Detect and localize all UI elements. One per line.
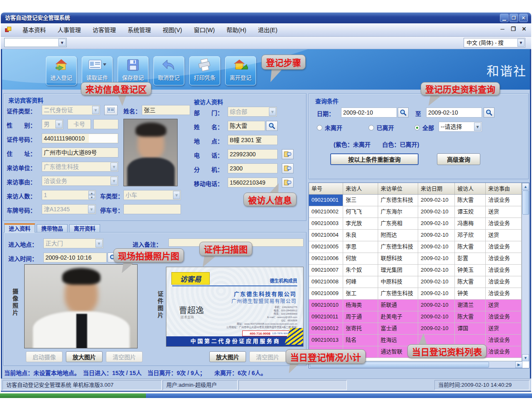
table-cell[interactable]: 090210001 [309,195,343,206]
table-cell[interactable]: 2009-02-10 [418,311,455,323]
table-cell[interactable]: 陈大雷 [455,241,486,253]
cancel-registration-button[interactable]: 取消登记 [153,56,184,85]
visited-name-search-button[interactable] [266,121,278,131]
table-cell[interactable]: 送货 [486,323,522,335]
table-cell[interactable]: 2009-02-10 [418,288,455,300]
table-row[interactable]: 090210009张工广东德生科技2009-02-10钟美洽谈业务 [309,288,529,300]
chevron-down-icon[interactable]: ▼ [173,191,180,199]
table-cell[interactable]: 090210008 [309,276,343,288]
table-cell[interactable]: 2009-02-10 [418,218,455,230]
date-to-picker-button[interactable] [484,108,494,118]
table-cell[interactable]: 2009-02-10 [418,253,455,265]
radio-未离开[interactable]: 未离开 [317,123,342,132]
mdi-restore-icon[interactable]: ❐ [509,26,517,32]
table-cell[interactable]: 送货 [486,300,522,311]
radio-dot-icon[interactable] [369,125,374,130]
card-no-field[interactable] [93,119,118,129]
radio-全部[interactable]: 全部 [414,123,434,132]
table-cell[interactable]: 张三 [343,195,378,206]
table-cell[interactable]: 何峰 [343,276,378,288]
table-cell[interactable]: 陈大雷 [455,311,486,323]
title-bar[interactable]: 访客自动登记安全管理系统 ▁ ❐ ✕ [1,13,531,23]
table-cell[interactable]: 送货 [486,206,522,218]
entry-place-combobox[interactable]: 正大门▼ [43,238,103,248]
table-cell[interactable]: 富士通 [378,323,418,335]
table-cell[interactable]: 李思 [343,241,378,253]
table-cell[interactable]: 090210004 [309,230,343,241]
chevron-down-icon[interactable]: ▼ [269,108,276,116]
table-cell[interactable]: 090210005 [309,241,343,253]
company-combobox[interactable]: 广东德生科技▼ [42,162,118,172]
table-cell[interactable]: 洽谈业务 [486,288,522,300]
table-row[interactable]: 090210002何飞飞广东海尔2009-02-10谭玉姣送货 [309,206,529,218]
table-cell[interactable]: 冯惠梅 [455,218,486,230]
table-row[interactable]: 090210010杨海类新联通2009-02-10谢清兰送货 [309,300,529,311]
scroll-up-icon[interactable]: ▲ [522,183,529,190]
vehicle-combobox[interactable]: 小车▼ [123,190,181,200]
table-cell[interactable]: 邓子欣 [455,230,486,241]
table-cell[interactable]: 2009-02-10 [418,195,455,206]
table-cell[interactable]: 何飞飞 [343,206,378,218]
menu-item-1[interactable]: 人事管理 [52,25,87,35]
language-selector[interactable]: 中文 (简体) - 搜 ▼ [464,38,525,48]
table-row[interactable]: 090210011周于通赴美电子2009-02-10陈大雷洽谈业务 [309,311,529,323]
read-card-button[interactable] [104,105,118,115]
radio-已离开[interactable]: 已离开 [369,123,394,132]
table-cell[interactable]: 洽谈业务 [486,241,522,253]
chevron-down-icon[interactable]: ▼ [474,123,481,131]
visited-name-field[interactable]: 陈大雷 [228,121,265,131]
table-cell[interactable]: 广东德生科技 [378,241,418,253]
tab-carried-items[interactable]: 携带物品 [37,224,68,233]
place-field[interactable]: B幢 2301 室 [228,135,278,145]
table-cell[interactable]: 广东德生科技 [378,195,418,206]
table-cell[interactable]: 洽谈业务 [486,195,522,206]
table-cell[interactable]: 090210006 [309,253,343,265]
phone-notify-button[interactable] [282,149,294,159]
enter-registration-button[interactable]: 进入登记 [46,56,77,85]
table-cell[interactable]: 何放 [343,253,378,265]
minimize-icon[interactable]: ▁ [500,14,509,22]
menu-item-3[interactable]: 系统管理 [122,25,157,35]
table-cell[interactable]: 谢清兰 [455,300,486,311]
column-header-来访事由[interactable]: 来访事由 [486,183,522,194]
table-cell[interactable]: 中原科技 [378,276,418,288]
table-cell[interactable]: 新联通 [378,300,418,311]
chevron-down-icon[interactable]: ▼ [110,177,118,185]
table-row[interactable]: 090210007朱个奴理光集团2009-02-10钟美玉洽谈业务 [309,265,529,276]
table-cell[interactable]: 陈大雷 [455,195,486,206]
table-cell[interactable]: 洽谈业务 [486,218,522,230]
table-cell[interactable]: 090210011 [309,311,343,323]
mdi-minimize-icon[interactable]: ─ [499,26,506,32]
table-row[interactable]: 090210012张寄托富士通2009-02-10谭国送货 [309,323,529,335]
count-spinner[interactable]: 1 ▲ ▼ [42,190,96,200]
table-cell[interactable]: 陆名 [343,335,378,346]
menu-item-0[interactable]: 基本资料 [17,25,52,35]
table-cell[interactable]: 周于通 [343,311,378,323]
address-field[interactable]: 广州市中山大道89号 [42,148,118,158]
spinner-down-icon[interactable]: ▼ [88,195,95,199]
taskbar-start-area[interactable] [0,393,146,398]
parking-field[interactable] [123,204,181,214]
chevron-down-icon[interactable]: ▼ [92,106,99,114]
table-row[interactable]: 090210006何放联想科技2009-02-10彭置洽谈业务 [309,253,529,265]
date-from-picker-button[interactable] [398,108,409,118]
visitor-name-field[interactable]: 张三 [142,105,190,115]
table-cell[interactable]: 广东海尔 [378,206,418,218]
table-cell[interactable]: 钟美 [455,288,486,300]
zoom-card-button[interactable]: 放大图片 [209,351,246,362]
table-cell[interactable]: 2009-02-10 [418,276,455,288]
entry-time-field[interactable]: 2009-02-10 10:16 [43,253,107,263]
table-cell[interactable]: 090210012 [309,323,343,335]
mdi-close-icon[interactable]: ✕ [520,26,528,32]
table-row[interactable]: 090210001张三广东德生科技2009-02-10陈大雷洽谈业务 [309,195,529,206]
table-cell[interactable]: 朱良 [343,230,378,241]
ext-field[interactable]: 2300 [228,163,278,173]
cert-no-field[interactable]: 4401111980010 [42,133,118,143]
table-cell[interactable]: 2009-02-10 [418,265,455,276]
table-row[interactable]: 090210004朱良附而达2009-02-10邓子欣送货 [309,230,529,241]
column-header-单号[interactable]: 单号 [309,183,343,194]
close-icon[interactable]: ✕ [519,14,528,22]
table-row[interactable]: 090210005李思广东德生科技2009-02-10陈大雷洽谈业务 [309,241,529,253]
date-to-field[interactable]: 2009-02-10 [426,108,482,118]
menu-item-6[interactable]: 帮助(H) [221,25,252,35]
